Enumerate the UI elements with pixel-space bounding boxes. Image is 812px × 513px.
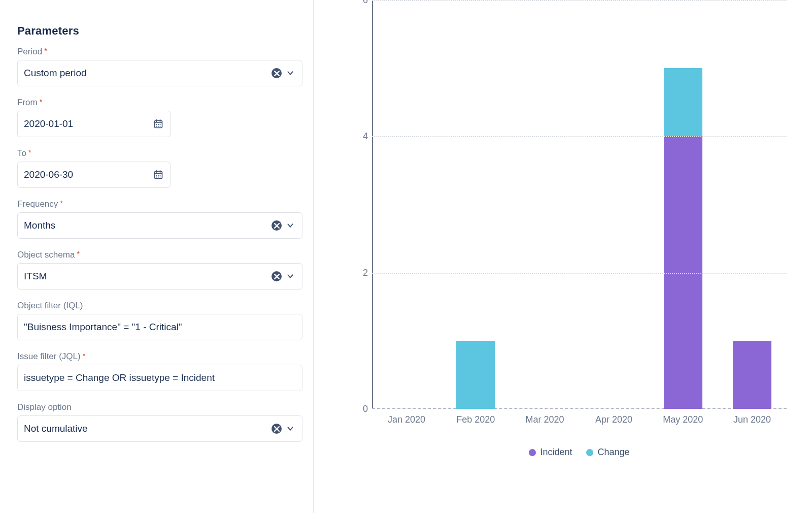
y-tick-label: 2 (355, 267, 368, 278)
field-label: Period * (17, 47, 296, 57)
field-label: Display option (17, 402, 296, 412)
bar-cell (441, 0, 510, 409)
field-display-option: Display option Not cumulative (17, 402, 296, 442)
x-tick-label: Jun 2020 (718, 414, 787, 425)
x-tick-label: May 2020 (649, 414, 718, 425)
bar-stack[interactable] (733, 341, 771, 409)
clear-icon[interactable] (272, 68, 282, 78)
label-text: Frequency (17, 199, 58, 209)
bar-stack[interactable] (664, 68, 702, 409)
svg-point-16 (160, 175, 161, 176)
display-option-select[interactable]: Not cumulative (17, 415, 302, 442)
legend-swatch (529, 449, 536, 456)
bars-container (372, 0, 787, 409)
chart: Jan 2020Feb 2020Mar 2020Apr 2020May 2020… (336, 0, 787, 442)
required-asterisk: * (44, 47, 47, 55)
to-date-input[interactable]: 2020-06-30 (17, 162, 171, 188)
required-asterisk: * (83, 351, 85, 360)
legend-item[interactable]: Incident (529, 447, 572, 458)
parameters-panel: Parameters Period * Custom period From * (0, 0, 314, 513)
label-text: Display option (17, 402, 72, 412)
input-value: issuetype = Change OR issuetype = Incide… (24, 372, 296, 383)
field-label: To * (17, 148, 296, 158)
legend-swatch (586, 449, 593, 456)
x-tick-label: Mar 2020 (510, 414, 579, 425)
bar-cell (718, 0, 787, 409)
legend: IncidentChange (372, 447, 787, 458)
legend-item[interactable]: Change (586, 447, 629, 458)
svg-point-5 (158, 124, 159, 125)
frequency-select[interactable]: Months (17, 212, 302, 239)
field-label: Frequency * (17, 199, 296, 209)
field-label: Object schema * (17, 250, 296, 260)
field-to: To * 2020-06-30 (17, 148, 296, 188)
clear-icon[interactable] (272, 220, 282, 231)
input-value: "Buisness Importance" = "1 - Critical" (24, 322, 296, 333)
clear-icon[interactable] (272, 424, 282, 434)
bar-cell (580, 0, 649, 409)
legend-label: Change (597, 447, 629, 458)
grid-line (372, 0, 787, 1)
label-text: Issue filter (JQL) (17, 351, 81, 362)
label-text: Object filter (IQL) (17, 301, 83, 311)
label-text: Object schema (17, 250, 75, 260)
field-period: Period * Custom period (17, 47, 296, 86)
x-tick-label: Feb 2020 (441, 414, 510, 425)
svg-point-9 (160, 126, 161, 127)
required-asterisk: * (40, 98, 42, 106)
select-value: Months (24, 220, 272, 231)
chevron-down-icon[interactable] (285, 68, 296, 79)
chevron-down-icon[interactable] (285, 220, 296, 231)
x-tick-label: Apr 2020 (580, 414, 649, 425)
period-select[interactable]: Custom period (17, 60, 302, 86)
bar-segment[interactable] (733, 341, 771, 409)
object-schema-select[interactable]: ITSM (17, 263, 302, 290)
y-tick-label: 6 (355, 0, 368, 6)
svg-point-19 (160, 177, 161, 178)
date-value: 2020-06-30 (24, 169, 153, 180)
plot-area: Jan 2020Feb 2020Mar 2020Apr 2020May 2020… (372, 0, 787, 409)
field-label: From * (17, 98, 296, 108)
chevron-down-icon[interactable] (285, 271, 296, 282)
label-text: From (17, 98, 38, 108)
field-label: Issue filter (JQL) * (17, 351, 296, 362)
y-tick-label: 0 (355, 404, 368, 414)
field-from: From * 2020-01-01 (17, 98, 296, 137)
chevron-down-icon[interactable] (285, 423, 296, 434)
field-frequency: Frequency * Months (17, 199, 296, 239)
y-tick-label: 4 (355, 131, 368, 142)
svg-point-18 (158, 177, 159, 178)
legend-label: Incident (540, 447, 572, 458)
svg-point-6 (160, 124, 161, 125)
panel-title: Parameters (17, 24, 296, 38)
x-tick-label: Jan 2020 (372, 414, 441, 425)
svg-point-8 (158, 126, 159, 127)
svg-point-15 (158, 175, 159, 176)
select-value: ITSM (24, 271, 272, 282)
chart-panel: Jan 2020Feb 2020Mar 2020Apr 2020May 2020… (314, 0, 812, 513)
bar-cell (372, 0, 441, 409)
x-labels: Jan 2020Feb 2020Mar 2020Apr 2020May 2020… (372, 414, 787, 425)
required-asterisk: * (77, 250, 79, 258)
calendar-icon[interactable] (153, 118, 164, 130)
select-value: Custom period (24, 68, 272, 79)
bar-cell (649, 0, 718, 409)
bar-segment[interactable] (456, 341, 495, 409)
object-filter-input[interactable]: "Buisness Importance" = "1 - Critical" (17, 314, 302, 340)
issue-filter-input[interactable]: issuetype = Change OR issuetype = Incide… (17, 365, 302, 391)
clear-icon[interactable] (272, 271, 282, 281)
bar-stack[interactable] (456, 341, 495, 409)
grid-line (372, 136, 787, 137)
bar-cell (510, 0, 579, 409)
required-asterisk: * (28, 148, 31, 156)
label-text: To (17, 148, 26, 158)
svg-point-7 (156, 126, 157, 127)
calendar-icon[interactable] (153, 169, 164, 180)
from-date-input[interactable]: 2020-01-01 (17, 111, 171, 137)
svg-point-14 (156, 175, 157, 176)
required-asterisk: * (60, 199, 62, 207)
date-value: 2020-01-01 (24, 118, 153, 130)
label-text: Period (17, 47, 42, 57)
bar-segment[interactable] (664, 68, 702, 136)
field-label: Object filter (IQL) (17, 301, 296, 311)
